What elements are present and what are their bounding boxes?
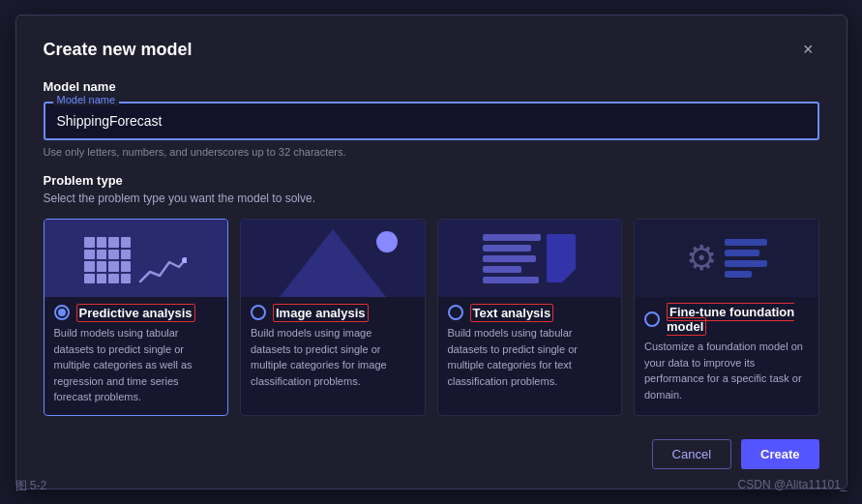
card-predictive-title-highlight: Predictive analysis — [76, 304, 195, 322]
ft-bar-3 — [725, 260, 767, 267]
card-image-desc: Build models using image datasets to pre… — [251, 325, 415, 389]
ft-bar-2 — [725, 250, 759, 256]
card-text[interactable]: Text analysis Build models using tabular… — [437, 219, 623, 416]
problem-type-title: Problem type — [44, 173, 819, 188]
model-name-input[interactable] — [44, 102, 819, 140]
card-finetune-radio-row: Fine-tune foundation model — [644, 305, 809, 334]
modal-title: Create new model — [44, 40, 193, 60]
card-finetune[interactable]: ⚙ Fine-tune foundation model Customize a… — [634, 219, 819, 416]
gear-icon: ⚙ — [686, 238, 717, 279]
create-model-modal: Create new model × Model name Model name… — [15, 15, 847, 489]
card-predictive[interactable]: Predictive analysis Build models using t… — [44, 219, 229, 416]
card-image-body: Image analysis Build models using image … — [241, 297, 425, 399]
problem-type-cards: Predictive analysis Build models using t… — [44, 219, 819, 416]
page-label: 图 5-2 — [15, 478, 47, 494]
card-image-title: Image analysis — [273, 306, 369, 320]
card-image-image — [241, 220, 425, 297]
finetune-bars — [725, 239, 767, 278]
grid-icon — [84, 237, 131, 283]
line-chart-icon — [138, 252, 187, 287]
radio-image[interactable] — [251, 305, 266, 320]
ft-bar-4 — [725, 271, 752, 278]
model-name-hint: Use only letters, numbers, and underscor… — [44, 146, 819, 158]
card-predictive-body: Predictive analysis Build models using t… — [45, 297, 228, 415]
problem-type-subtitle: Select the problem type you want the mod… — [44, 192, 819, 205]
author-label: CSDN @Alita11101_ — [738, 478, 847, 494]
card-finetune-image: ⚙ — [635, 220, 818, 297]
text-lines-block — [483, 234, 541, 283]
card-finetune-desc: Customize a foundation model on your dat… — [644, 339, 809, 402]
text-line-1 — [483, 234, 541, 241]
card-finetune-title-highlight: Fine-tune foundation model — [667, 303, 794, 336]
card-image-title-highlight: Image analysis — [273, 304, 369, 322]
triangle-icon — [280, 229, 386, 297]
card-finetune-title: Fine-tune foundation model — [667, 305, 809, 334]
card-finetune-body: Fine-tune foundation model Customize a f… — [635, 297, 818, 412]
page-footer: 图 5-2 CSDN @Alita11101_ — [15, 478, 847, 494]
card-text-radio-row: Text analysis — [448, 305, 612, 320]
card-image-radio-row: Image analysis — [251, 305, 415, 320]
ft-bar-1 — [725, 239, 767, 246]
modal-header: Create new model × — [44, 39, 819, 60]
card-predictive-desc: Build models using tabular datasets to p… — [54, 325, 219, 405]
text-block-right — [547, 234, 576, 282]
circle-icon — [376, 231, 398, 252]
radio-predictive[interactable] — [54, 305, 70, 320]
card-predictive-radio-row: Predictive analysis — [54, 305, 219, 320]
text-line-5 — [483, 277, 539, 283]
text-line-2 — [483, 245, 531, 252]
text-line-3 — [483, 255, 536, 262]
card-text-body: Text analysis Build models using tabular… — [438, 297, 622, 399]
model-name-input-group: Model name — [44, 102, 819, 140]
text-line-4 — [483, 266, 521, 273]
card-text-title-highlight: Text analysis — [470, 304, 554, 322]
create-button[interactable]: Create — [741, 439, 818, 469]
model-name-floating-label: Model name — [53, 94, 120, 105]
card-text-title: Text analysis — [470, 306, 554, 320]
radio-text[interactable] — [448, 305, 463, 320]
card-text-desc: Build models using tabular datasets to p… — [448, 325, 612, 389]
card-predictive-title: Predictive analysis — [76, 306, 195, 320]
modal-footer: Cancel Create — [44, 433, 819, 469]
close-button[interactable]: × — [797, 39, 819, 60]
cancel-button[interactable]: Cancel — [652, 439, 731, 469]
model-name-label: Model name — [44, 79, 819, 94]
radio-finetune[interactable] — [644, 311, 660, 327]
card-image[interactable]: Image analysis Build models using image … — [240, 219, 426, 416]
card-predictive-image — [45, 220, 228, 297]
card-text-image — [438, 220, 622, 297]
